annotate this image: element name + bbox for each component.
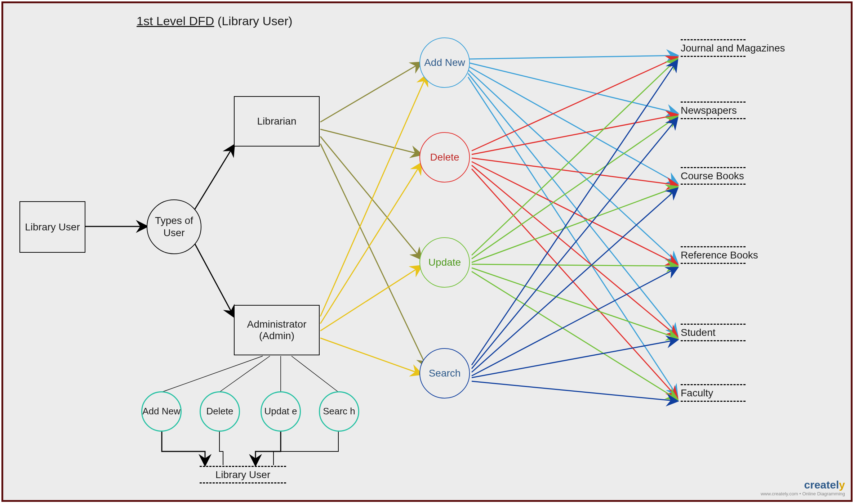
edge-delete-journal <box>472 57 677 151</box>
brand-name-main: createl <box>804 479 839 491</box>
store-bottom-divider <box>681 401 746 402</box>
admin-process-update: Updat e <box>261 391 301 432</box>
edge-update2-libuser <box>255 432 281 465</box>
process-types-of-user: Types of User <box>147 199 201 254</box>
edge-update-faculty <box>472 271 677 399</box>
process-add-new: Add New <box>419 37 470 88</box>
edge-addnew-reference <box>468 70 677 262</box>
edge-admin-addnew <box>320 75 427 316</box>
store-course-books: Course Books <box>681 167 746 185</box>
edge-types-librarian <box>194 145 234 210</box>
edge-admin-to-addnew2 <box>162 356 263 392</box>
store-course-books-label: Course Books <box>681 168 746 184</box>
edge-delete-course <box>472 158 677 185</box>
edge-update-course <box>472 187 677 262</box>
edge-delete2-libuser <box>219 432 223 465</box>
process-search-label: Search <box>429 367 461 379</box>
edge-admin-to-search2 <box>292 356 338 392</box>
admin-process-add-new-label: Add New <box>142 406 181 417</box>
diagram-frame: 1st Level DFD (Library User) <box>1 1 853 502</box>
admin-process-search: Searc h <box>319 391 359 432</box>
store-faculty-label: Faculty <box>681 385 746 401</box>
edge-librarian-update <box>320 136 421 259</box>
brand-name-y: y <box>839 479 845 491</box>
title-main: 1st Level DFD <box>137 14 214 28</box>
edge-delete-newspapers <box>472 115 677 154</box>
dfd-diagram: 1st Level DFD (Library User) <box>3 3 851 500</box>
process-delete-label: Delete <box>430 151 459 163</box>
store-student-label: Student <box>681 325 746 340</box>
store-student: Student <box>681 324 746 341</box>
edge-addnew-course <box>468 66 677 183</box>
store-newspapers: Newspapers <box>681 102 746 119</box>
edge-admin-update <box>320 266 421 331</box>
brand-watermark: creately www.creately.com • Online Diagr… <box>761 479 845 496</box>
edge-update-journal <box>472 59 677 255</box>
store-journal-magazines-label: Journal and Magazines <box>681 40 785 56</box>
brand-tagline: www.creately.com • Online Diagramming <box>761 491 845 496</box>
edge-update-reference <box>472 264 677 266</box>
entity-library-user-label: Library User <box>25 221 80 233</box>
edge-search-reference <box>472 268 677 376</box>
edge-admin-delete <box>320 163 421 324</box>
store-reference-books-label: Reference Books <box>681 247 758 263</box>
title-paren: (Library User) <box>218 14 293 28</box>
store-journal-magazines: Journal and Magazines <box>681 39 785 57</box>
entity-administrator: Administrator (Admin) <box>234 305 320 355</box>
edge-update-student <box>472 268 677 338</box>
store-bottom-divider <box>681 263 746 264</box>
store-bottom-divider <box>200 482 286 483</box>
edge-librarian-delete <box>320 129 421 154</box>
edge-librarian-addnew <box>320 63 421 122</box>
edge-search2-libuser <box>273 432 338 465</box>
entity-library-user: Library User <box>19 201 85 253</box>
process-search: Search <box>419 348 470 399</box>
edge-addnew-faculty <box>468 77 677 396</box>
admin-process-delete: Delete <box>200 391 240 432</box>
edge-librarian-search <box>320 144 427 367</box>
edge-search-student <box>472 340 677 378</box>
process-delete: Delete <box>419 132 470 183</box>
process-add-new-label: Add New <box>424 57 465 69</box>
store-newspapers-label: Newspapers <box>681 103 746 118</box>
edge-update-newspapers <box>472 117 677 259</box>
edge-search-course <box>472 189 677 372</box>
brand-logo: creately <box>761 479 845 491</box>
edge-delete-student <box>472 165 677 336</box>
edge-admin-search <box>320 338 421 374</box>
edge-search-newspapers <box>472 118 677 369</box>
entity-librarian: Librarian <box>234 96 320 147</box>
edge-delete-reference <box>472 162 677 264</box>
edge-search-faculty <box>472 381 677 401</box>
process-update-label: Update <box>428 256 461 269</box>
edge-types-admin <box>194 243 234 316</box>
store-bottom-divider <box>681 184 746 185</box>
store-admin-library-user: Library User <box>200 466 286 483</box>
edge-delete-faculty <box>472 169 677 397</box>
store-bottom-divider <box>681 118 746 119</box>
admin-process-delete-label: Delete <box>206 406 233 417</box>
store-faculty: Faculty <box>681 384 746 402</box>
entity-librarian-label: Librarian <box>257 116 297 127</box>
edge-search-journal <box>472 61 677 365</box>
store-admin-library-user-label: Library User <box>200 467 286 482</box>
process-update: Update <box>419 237 470 288</box>
admin-process-search-label: Searc h <box>323 406 355 417</box>
edge-admin-to-delete2 <box>219 356 270 392</box>
store-bottom-divider <box>681 340 746 341</box>
entity-administrator-label: Administrator (Admin) <box>235 319 319 342</box>
edge-addnew-newspapers <box>468 63 677 113</box>
diagram-title: 1st Level DFD (Library User) <box>137 14 293 28</box>
store-reference-books: Reference Books <box>681 246 758 264</box>
process-types-of-user-label: Types of User <box>147 215 201 239</box>
edge-addnew-student <box>468 73 677 334</box>
admin-process-update-label: Updat e <box>264 406 297 417</box>
admin-process-add-new: Add New <box>141 391 182 432</box>
edge-addnew2-libuser <box>162 432 205 465</box>
store-bottom-divider <box>681 56 746 57</box>
edge-addnew-journal <box>468 55 677 59</box>
